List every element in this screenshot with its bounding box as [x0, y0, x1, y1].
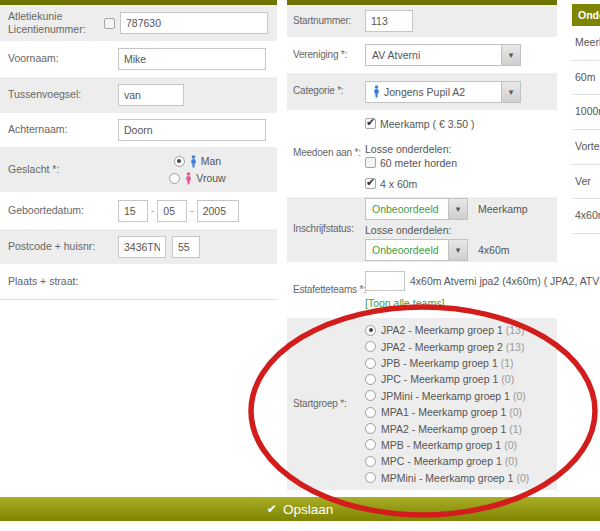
status-4x60m-select[interactable]: Onbeoordeeld ▾ [365, 239, 468, 261]
radio-button[interactable] [365, 439, 376, 450]
startgroep-option[interactable]: MPMini - Meerkamp groep 1 (0) [365, 470, 557, 486]
birth-year-input[interactable] [197, 200, 239, 222]
status-meerkamp-select[interactable]: Onbeoordeeld ▾ [365, 198, 468, 220]
birth-day-input[interactable] [118, 200, 148, 222]
status-meerkamp-value: Onbeoordeeld [366, 199, 448, 219]
inschrijfstatus-label: Inschrijfstatus: [287, 223, 365, 236]
horden-checkbox-option[interactable]: 60 meter horden [365, 157, 557, 169]
male-icon [372, 85, 381, 98]
licentienummer-label: Atletiekunie Licentienummer: [0, 10, 104, 36]
status-4x60m-for-label: 4x60m [478, 244, 510, 256]
huisnr-input[interactable] [172, 236, 200, 258]
radio-button[interactable] [365, 407, 376, 418]
radio-button[interactable] [365, 472, 376, 483]
licentienummer-row: Atletiekunie Licentienummer: [0, 5, 277, 41]
startgroep-option-label: MPMini - Meerkamp groep 1 [381, 472, 513, 484]
startgroep-option[interactable]: MPB - Meerkamp groep 1 (0) [365, 437, 557, 453]
plaats-row: Plaats + straat: [0, 264, 277, 300]
checkbox[interactable] [365, 178, 376, 189]
voornaam-label: Voornaam: [0, 52, 104, 65]
opslaan-label: Opslaan [283, 502, 333, 517]
geslacht-label: Geslacht *: [0, 163, 104, 176]
radio-button[interactable] [365, 390, 376, 401]
radio-button[interactable] [365, 423, 376, 434]
chevron-down-icon[interactable]: ▾ [501, 45, 520, 65]
4x60m-checkbox-option[interactable]: 4 x 60m [365, 178, 557, 190]
startgroep-option[interactable]: MPC - Meerkamp groep 1 (0) [365, 453, 557, 469]
vereniging-select[interactable]: AV Atverni ▾ [365, 44, 521, 66]
date-separator: - [151, 205, 154, 216]
geslacht-vrouw-label: Vrouw [196, 172, 225, 184]
startgroep-option-count: (1) [509, 423, 522, 435]
startgroep-option-label: MPA1 - Meerkamp groep 1 [381, 406, 506, 418]
opslaan-button[interactable]: ✔ Opslaan [0, 497, 600, 521]
startgroep-option[interactable]: JPMini - Meerkamp groep 1 (0) [365, 388, 557, 404]
onderdeel-row[interactable]: 60m [572, 61, 600, 96]
startgroep-option-label: MPC - Meerkamp groep 1 [381, 455, 502, 467]
categorie-select[interactable]: Jongens Pupil A2 ▾ [365, 81, 521, 103]
startgroep-options-list: JPA2 - Meerkamp groep 1 (13) JPA2 - Meer… [365, 322, 557, 486]
radio-button[interactable] [365, 341, 376, 352]
startgroep-option-count: (0) [516, 472, 529, 484]
radio-button[interactable] [174, 156, 185, 167]
startgroep-option-label: JPB - Meerkamp groep 1 [381, 357, 498, 369]
estafetteteams-label: Estafetteteams *: [287, 284, 365, 297]
toon-alle-teams-link[interactable]: [Toon alle teams] [365, 297, 600, 309]
radio-button[interactable] [365, 374, 376, 385]
female-icon [184, 172, 193, 185]
onderdeel-row[interactable]: Ver [572, 165, 600, 200]
estafetteteams-row: Estafetteteams *: 4x60m Atverni jpa2 (4x… [287, 262, 557, 318]
onderdeel-row[interactable]: 1000m [572, 95, 600, 130]
startgroep-option[interactable]: JPA2 - Meerkamp groep 1 (13) [365, 322, 557, 338]
achternaam-input[interactable] [118, 119, 266, 141]
vereniging-row: Vereniging *: AV Atverni ▾ [287, 37, 557, 73]
registration-panel: Startnummer: Vereniging *: AV Atverni ▾ … [287, 0, 557, 490]
startgroep-option-label: MPB - Meerkamp groep 1 [381, 439, 501, 451]
radio-button[interactable] [365, 325, 376, 336]
radio-button[interactable] [365, 358, 376, 369]
geslacht-option-man[interactable]: Man [174, 155, 221, 168]
voornaam-row: Voornaam: [0, 41, 277, 77]
startnummer-row: Startnummer: [287, 5, 557, 37]
startgroep-option-label: JPMini - Meerkamp groep 1 [381, 390, 510, 402]
startgroep-option-count: (0) [504, 439, 517, 451]
postcode-input[interactable] [118, 236, 166, 258]
estafette-team-input[interactable] [365, 271, 405, 291]
onderdeel-label: 1000m [575, 105, 600, 117]
birth-month-input[interactable] [157, 200, 187, 222]
categorie-label: Categorie *: [287, 85, 365, 98]
startnummer-input[interactable] [365, 10, 413, 32]
startgroep-option[interactable]: JPA2 - Meerkamp groep 2 (13) [365, 338, 557, 354]
onderdeel-label: Meerkamp punten [575, 36, 600, 48]
radio-button[interactable] [169, 173, 180, 184]
meerkamp-checkbox-option[interactable]: Meerkamp ( € 3.50 ) [365, 118, 557, 130]
radio-button[interactable] [365, 456, 376, 467]
onderdelen-panel: Onderdelen Meerkamp punten 60m 1000m Vor… [572, 4, 600, 234]
startgroep-option-count: (0) [509, 406, 522, 418]
startgroep-option[interactable]: JPB - Meerkamp groep 1 (1) [365, 355, 557, 371]
startgroep-option-count: (0) [513, 390, 526, 402]
startgroep-option-count: (1) [501, 357, 514, 369]
horden-label: 60 meter horden [380, 157, 457, 169]
geslacht-option-vrouw[interactable]: Vrouw [169, 172, 225, 185]
checkbox[interactable] [365, 157, 376, 168]
status-4x60m-value: Onbeoordeeld [366, 240, 448, 260]
chevron-down-icon[interactable]: ▾ [501, 82, 520, 102]
licentie-checkbox[interactable] [104, 18, 115, 29]
geboortedatum-label: Geboortedatum: [0, 204, 104, 217]
startgroep-option[interactable]: MPA2 - Meerkamp groep 1 (1) [365, 420, 557, 436]
startgroep-option[interactable]: MPA1 - Meerkamp groep 1 (0) [365, 404, 557, 420]
estafette-team-text: 4x60m Atverni jpa2 (4x60m) ( JPA2, ATVN,… [410, 275, 600, 287]
onderdelen-header: Onderdelen [572, 4, 600, 26]
checkbox[interactable] [365, 118, 376, 129]
licentienummer-input[interactable] [120, 12, 268, 34]
startgroep-option-label: MPA2 - Meerkamp groep 1 [381, 423, 506, 435]
tussenvoegsel-input[interactable] [118, 84, 184, 106]
chevron-down-icon[interactable]: ▾ [448, 240, 467, 260]
onderdeel-row[interactable]: Vortex [572, 130, 600, 165]
onderdeel-row[interactable]: 4x60m [572, 199, 600, 234]
onderdeel-row[interactable]: Meerkamp punten [572, 26, 600, 61]
voornaam-input[interactable] [118, 48, 266, 70]
startgroep-option[interactable]: JPC - Meerkamp groep 1 (0) [365, 371, 557, 387]
chevron-down-icon[interactable]: ▾ [448, 199, 467, 219]
